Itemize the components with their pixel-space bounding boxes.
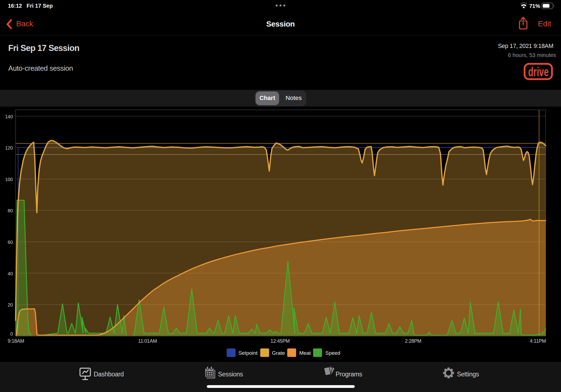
svg-text:drive: drive (528, 64, 549, 79)
svg-text:9:18AM: 9:18AM (8, 338, 24, 344)
svg-text:Dashboard: Dashboard (94, 371, 124, 378)
svg-text:11:01AM: 11:01AM (138, 338, 157, 344)
svg-text:0: 0 (10, 331, 13, 337)
svg-text:2:28PM: 2:28PM (405, 338, 421, 344)
svg-text:Settings: Settings (457, 371, 479, 378)
svg-text:100: 100 (5, 177, 13, 182)
svg-text:20: 20 (8, 302, 13, 308)
svg-text:Speed: Speed (325, 350, 340, 356)
svg-text:4:11PM: 4:11PM (530, 338, 546, 344)
svg-text:120: 120 (5, 145, 13, 151)
svg-text:40: 40 (8, 271, 13, 276)
svg-text:80: 80 (8, 208, 13, 213)
svg-text:71%: 71% (529, 3, 540, 9)
svg-text:Setpoint: Setpoint (238, 350, 257, 356)
svg-text:12:45PM: 12:45PM (271, 338, 290, 344)
svg-text:Sessions: Sessions (218, 371, 243, 378)
svg-text:Meat: Meat (299, 350, 311, 356)
svg-text:60: 60 (8, 240, 13, 245)
svg-text:Programs: Programs (336, 371, 362, 378)
svg-text:Grate: Grate (272, 350, 285, 356)
svg-text:140: 140 (5, 114, 13, 119)
